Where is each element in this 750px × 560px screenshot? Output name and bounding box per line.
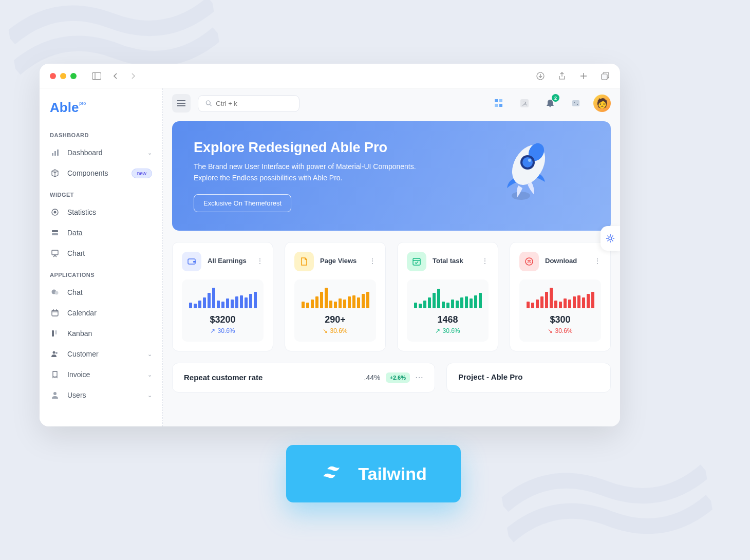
sparkline-chart — [187, 287, 258, 308]
sparkline-chart — [299, 287, 371, 308]
project-panel: Project - Able Pro — [446, 363, 611, 393]
bg-wave-icon — [496, 430, 717, 560]
maximize-window-icon[interactable] — [70, 73, 77, 79]
stat-card-download: Download⋮$300↘ 30.6% — [510, 242, 611, 351]
menu-button[interactable] — [172, 94, 191, 113]
wallet-icon — [182, 252, 201, 271]
stat-change: ↗ 30.6% — [412, 327, 483, 334]
stat-value: 1468 — [412, 314, 483, 325]
browser-chrome — [40, 64, 620, 88]
sparkline-chart — [524, 287, 596, 308]
svg-rect-28 — [495, 104, 498, 107]
svg-point-40 — [528, 159, 531, 162]
download-icon[interactable] — [536, 71, 545, 81]
stat-value: 290+ — [299, 314, 371, 325]
forward-icon[interactable] — [129, 71, 138, 81]
sidebar-item-users[interactable]: Users⌄ — [47, 385, 155, 405]
sidebar-item-label: Calendar — [67, 309, 152, 317]
hero-cta-button[interactable]: Exclusive On Themeforest — [194, 194, 291, 212]
sidebar-item-components[interactable]: Componentsnew — [47, 163, 155, 183]
back-icon[interactable] — [110, 71, 120, 81]
topbar: ス 2 🧑 — [163, 88, 620, 118]
search-box[interactable] — [198, 95, 299, 112]
svg-rect-32 — [572, 100, 579, 106]
more-icon[interactable]: ⋮ — [481, 260, 489, 263]
tailwind-overlay-badge: Tailwind — [286, 445, 461, 502]
svg-rect-29 — [499, 104, 502, 107]
main-area: ス 2 🧑 Explore Redesigned Able Pro The Br… — [163, 88, 620, 426]
svg-line-25 — [210, 105, 212, 106]
tailwind-label: Tailwind — [358, 464, 426, 484]
stat-change: ↘ 30.6% — [299, 327, 371, 334]
svg-rect-26 — [495, 99, 498, 102]
panel-title: Repeat customer rate — [184, 373, 262, 382]
sidebar-item-kanban[interactable]: Kanban — [47, 323, 155, 344]
svg-point-9 — [54, 211, 57, 214]
more-icon[interactable]: ⋯ — [415, 372, 423, 382]
trend-arrow-icon: ↘ — [323, 327, 328, 334]
svg-rect-4 — [602, 74, 607, 80]
sidebar-item-chat[interactable]: Chat — [47, 282, 155, 303]
sidebar-item-label: Data — [67, 229, 152, 237]
calendar-icon — [50, 308, 60, 318]
sidebar-item-label: Statistics — [67, 208, 152, 216]
svg-text:ス: ス — [522, 100, 528, 106]
sidebar-item-customer[interactable]: Customer⌄ — [47, 344, 155, 364]
target-icon — [50, 207, 60, 217]
browser-window: Able pro DASHBOARDDashboard⌄Componentsne… — [40, 64, 620, 426]
apps-icon[interactable] — [491, 95, 507, 111]
new-tab-icon[interactable] — [579, 71, 588, 81]
sidebar-item-data[interactable]: Data — [47, 222, 155, 243]
translate-icon[interactable]: ス — [516, 95, 533, 111]
search-input[interactable] — [216, 100, 292, 107]
file-icon — [294, 252, 314, 271]
stat-value: $3200 — [187, 314, 258, 325]
svg-rect-7 — [57, 150, 59, 156]
svg-point-23 — [53, 392, 57, 395]
sidebar-item-statistics[interactable]: Statistics — [47, 202, 155, 222]
rocket-icon — [493, 137, 559, 203]
user-icon — [50, 390, 60, 400]
hero-banner: Explore Redesigned Able Pro The Brand ne… — [172, 121, 611, 231]
sidebar: Able pro DASHBOARDDashboard⌄Componentsne… — [40, 88, 163, 426]
hamburger-icon — [177, 103, 185, 104]
server-icon — [50, 228, 60, 238]
minimize-window-icon[interactable] — [60, 73, 66, 79]
tabs-icon[interactable] — [601, 71, 610, 81]
close-window-icon[interactable] — [50, 73, 56, 79]
more-icon[interactable]: ⋮ — [256, 260, 264, 263]
svg-point-35 — [512, 192, 530, 200]
notification-badge: 2 — [552, 94, 559, 102]
svg-point-39 — [522, 157, 533, 167]
sidebar-item-dashboard[interactable]: Dashboard⌄ — [47, 142, 155, 163]
stat-card-page-views: Page Views⋮290+↘ 30.6% — [285, 242, 386, 351]
sidebar-item-chart[interactable]: Chart — [47, 243, 155, 264]
sidebar-toggle-icon[interactable] — [92, 71, 101, 81]
logo-suffix: pro — [79, 101, 86, 106]
share-icon[interactable] — [557, 71, 567, 81]
sidebar-item-invoice[interactable]: Invoice⌄ — [47, 364, 155, 385]
repeat-customer-panel: Repeat customer rate .44% +2.6% ⋯ — [172, 363, 435, 393]
user-avatar[interactable]: 🧑 — [593, 95, 611, 112]
sidebar-item-label: Customer — [67, 350, 140, 358]
logo[interactable]: Able pro — [47, 100, 155, 116]
section-label: DASHBOARD — [47, 128, 155, 142]
more-icon[interactable]: ⋮ — [594, 260, 601, 263]
sidebar-item-calendar[interactable]: Calendar — [47, 303, 155, 323]
settings-icon[interactable] — [568, 95, 584, 111]
sidebar-item-label: Components — [67, 169, 124, 177]
stat-title: Page Views — [320, 257, 363, 266]
svg-point-33 — [574, 102, 575, 103]
svg-rect-20 — [55, 330, 57, 334]
stat-card-total-task: Total task⋮1468↗ 30.6% — [397, 242, 498, 351]
svg-rect-27 — [499, 99, 502, 102]
sidebar-item-label: Dashboard — [67, 148, 140, 157]
gear-icon — [605, 233, 615, 244]
svg-point-21 — [53, 351, 55, 354]
more-icon[interactable]: ⋮ — [369, 260, 376, 263]
calendar-check-icon — [407, 252, 426, 271]
notification-bell[interactable]: 2 — [542, 95, 558, 111]
settings-fab[interactable] — [601, 226, 620, 251]
content-area: Explore Redesigned Able Pro The Brand ne… — [163, 118, 620, 426]
stat-change: ↗ 30.6% — [187, 327, 258, 334]
